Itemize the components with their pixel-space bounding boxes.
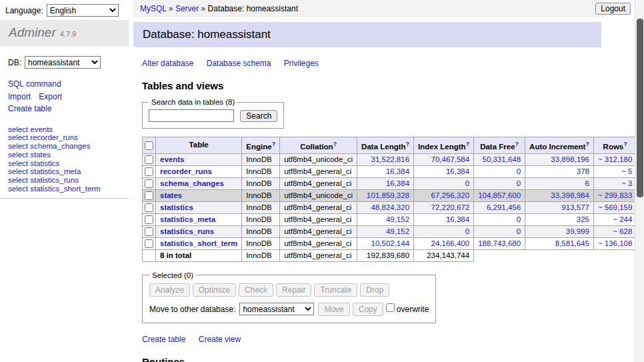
search-input[interactable]: [149, 109, 234, 122]
data-free-link[interactable]: 50,331,648: [483, 155, 521, 163]
move-db-select[interactable]: homeassistant: [239, 303, 314, 315]
data-length-link[interactable]: 48,824,320: [371, 203, 410, 211]
overwrite-checkbox[interactable]: [386, 303, 395, 312]
table-name-link[interactable]: statistics_runs: [160, 227, 214, 235]
data-free-link[interactable]: 0: [517, 215, 521, 223]
table-name-link[interactable]: statistics_meta: [160, 215, 215, 223]
auto-increment-link[interactable]: 325: [577, 215, 589, 223]
data-free-link[interactable]: 188,743,680: [478, 239, 521, 247]
column-help-link[interactable]: ?: [333, 141, 337, 147]
nav-link-database-schema[interactable]: Database schema: [207, 59, 271, 68]
column-help-link[interactable]: ?: [466, 141, 470, 147]
rows-link[interactable]: ~ 3: [621, 179, 632, 187]
sidebar-table-link-select-schema-changes[interactable]: select schema_changes: [8, 142, 90, 150]
table-name-link[interactable]: schema_changes: [160, 179, 224, 187]
rows-link[interactable]: ~ 299,833: [598, 191, 632, 199]
sidebar-link-export[interactable]: Export: [39, 92, 62, 101]
data-length-link[interactable]: 49,152: [386, 215, 409, 223]
data-length-link[interactable]: 16,384: [386, 179, 409, 187]
search-button[interactable]: Search: [240, 110, 277, 122]
data-free-link[interactable]: 0: [517, 167, 521, 175]
auto-increment-link[interactable]: 33,398,984: [551, 191, 589, 199]
truncate-button[interactable]: Truncate: [314, 283, 357, 297]
row-checkbox[interactable]: [145, 215, 153, 224]
breadcrumb-link-mysql[interactable]: MySQL: [140, 4, 167, 13]
index-length-link[interactable]: 0: [465, 227, 469, 235]
rows-link[interactable]: ~ 5: [621, 167, 632, 175]
index-length-link[interactable]: 16,384: [446, 167, 469, 175]
sidebar-table-link-select-statistics-short-term[interactable]: select statistics_short_term: [8, 185, 101, 193]
sidebar-table-link-select-statistics-runs[interactable]: select statistics_runs: [8, 176, 79, 184]
row-checkbox[interactable]: [145, 167, 153, 176]
table-name-link[interactable]: statistics_short_term: [160, 239, 237, 247]
auto-increment-link[interactable]: 8,581,645: [555, 239, 589, 247]
index-length-link[interactable]: 72,220,672: [431, 203, 470, 211]
nav-link-privileges[interactable]: Privileges: [284, 59, 319, 68]
row-checkbox[interactable]: [145, 179, 153, 188]
data-free-link[interactable]: 0: [517, 227, 521, 235]
data-free-link[interactable]: 6,291,456: [487, 203, 521, 211]
data-length-link[interactable]: 31,522,816: [371, 155, 410, 163]
index-length-link[interactable]: 70,467,584: [431, 155, 470, 163]
db-select[interactable]: homeassistant: [25, 56, 101, 69]
sidebar-table-link-select-statistics[interactable]: select statistics: [8, 159, 59, 167]
table-name-link[interactable]: statistics: [160, 203, 193, 211]
auto-increment-link[interactable]: 378: [577, 167, 589, 175]
repair-button[interactable]: Repair: [276, 283, 311, 297]
language-select[interactable]: English: [47, 4, 119, 17]
sidebar-table-link-select-states[interactable]: select states: [8, 151, 51, 159]
nav-link-alter-database[interactable]: Alter database: [142, 59, 193, 68]
row-checkbox[interactable]: [145, 227, 153, 236]
check-button[interactable]: Check: [239, 283, 273, 297]
move-button[interactable]: Move: [318, 303, 349, 316]
optimize-button[interactable]: Optimize: [193, 283, 236, 297]
column-help-link[interactable]: ?: [585, 141, 589, 147]
data-length-link[interactable]: 101,859,328: [367, 191, 409, 199]
auto-increment-link[interactable]: 33,898,196: [551, 155, 589, 163]
auto-increment-link[interactable]: 6: [585, 179, 589, 187]
data-length-link[interactable]: 16,384: [386, 167, 409, 175]
scrollbar-thumb[interactable]: [637, 19, 643, 197]
rows-link[interactable]: ~ 569,159: [598, 203, 632, 211]
sidebar-link-create-table[interactable]: Create table: [8, 104, 51, 113]
link-create-view[interactable]: Create view: [199, 335, 241, 344]
data-free-link[interactable]: 0: [517, 179, 521, 187]
select-all-checkbox[interactable]: [145, 141, 153, 150]
drop-button[interactable]: Drop: [360, 283, 389, 297]
index-length-link[interactable]: 16,384: [446, 215, 469, 223]
column-help-link[interactable]: ?: [406, 141, 410, 147]
rows-link[interactable]: ~ 244: [613, 215, 632, 223]
sidebar-link-import[interactable]: Import: [8, 92, 31, 101]
column-help-link[interactable]: ?: [515, 141, 519, 147]
breadcrumb-link-server[interactable]: Server: [175, 4, 199, 13]
column-help-link[interactable]: ?: [623, 141, 627, 147]
rows-link[interactable]: ~ 136,108: [598, 239, 632, 247]
index-length-link[interactable]: 0: [465, 179, 469, 187]
index-length-link[interactable]: 67,256,320: [431, 191, 470, 199]
row-checkbox[interactable]: [145, 155, 153, 164]
analyze-button[interactable]: Analyze: [149, 283, 190, 297]
sidebar-table-link-select-recorder-runs[interactable]: select recorder_runs: [8, 133, 78, 141]
table-name-link[interactable]: recorder_runs: [160, 167, 212, 175]
rows-link[interactable]: ~ 312,180: [598, 155, 632, 163]
column-help-link[interactable]: ?: [272, 141, 276, 147]
auto-increment-link[interactable]: 913,577: [561, 203, 589, 211]
table-name-link[interactable]: states: [160, 191, 182, 199]
sidebar-link-sql-command[interactable]: SQL command: [8, 79, 61, 89]
link-create-table[interactable]: Create table: [142, 335, 185, 344]
index-length-link[interactable]: 24,166,400: [431, 239, 470, 247]
data-free-link[interactable]: 104,857,600: [478, 191, 521, 199]
table-name-link[interactable]: events: [160, 155, 184, 163]
row-checkbox[interactable]: [145, 191, 153, 200]
copy-button[interactable]: Copy: [353, 303, 383, 316]
auto-increment-link[interactable]: 39,999: [566, 227, 589, 235]
sidebar-table-link-select-events[interactable]: select events: [8, 125, 53, 133]
sidebar-table-link-select-statistics-meta[interactable]: select statistics_meta: [8, 167, 81, 175]
data-length-link[interactable]: 49,152: [386, 227, 409, 235]
logout-button[interactable]: Logout: [595, 3, 631, 15]
vertical-scrollbar[interactable]: [635, 0, 644, 362]
rows-link[interactable]: ~ 628: [613, 227, 632, 235]
data-length-link[interactable]: 10,502,144: [371, 239, 410, 247]
row-checkbox[interactable]: [145, 203, 153, 212]
row-checkbox[interactable]: [145, 239, 153, 248]
